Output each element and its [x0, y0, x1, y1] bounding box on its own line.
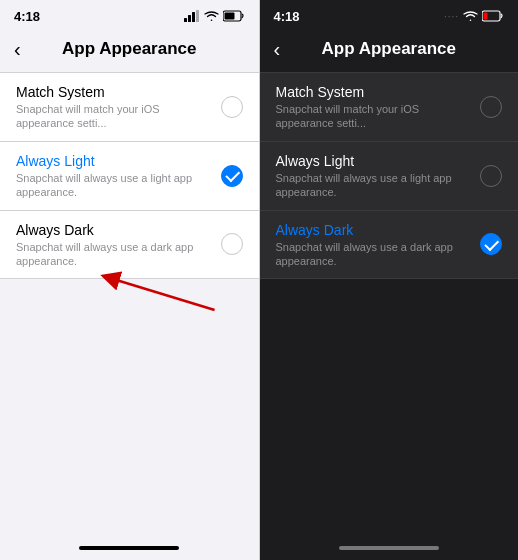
home-bar — [339, 546, 439, 550]
svg-rect-3 — [196, 10, 199, 22]
home-indicator — [260, 540, 519, 560]
radio-button[interactable] — [221, 165, 243, 187]
setting-desc: Snapchat will always use a light app app… — [276, 171, 473, 200]
setting-item-always-light[interactable]: Always LightSnapchat will always use a l… — [0, 142, 259, 211]
settings-list: Match SystemSnapchat will match your iOS… — [0, 72, 259, 540]
svg-rect-2 — [192, 12, 195, 22]
status-bar: 4:18 ···· — [260, 0, 519, 28]
status-time: 4:18 — [274, 9, 300, 24]
setting-desc: Snapchat will match your iOS appearance … — [16, 102, 213, 131]
battery-icon — [223, 10, 245, 22]
home-bar — [79, 546, 179, 550]
status-time: 4:18 — [14, 9, 40, 24]
setting-item-always-dark[interactable]: Always DarkSnapchat will always use a da… — [0, 211, 259, 280]
setting-desc: Snapchat will match your iOS appearance … — [276, 102, 473, 131]
radio-button[interactable] — [480, 233, 502, 255]
setting-text: Always DarkSnapchat will always use a da… — [276, 221, 473, 269]
radio-button[interactable] — [480, 96, 502, 118]
radio-button[interactable] — [221, 233, 243, 255]
status-icons: ···· — [444, 10, 504, 22]
setting-text: Match SystemSnapchat will match your iOS… — [16, 83, 213, 131]
home-indicator — [0, 540, 259, 560]
radio-button[interactable] — [480, 165, 502, 187]
status-icons — [184, 10, 245, 22]
back-button[interactable]: ‹ — [274, 38, 281, 61]
panel-dark: 4:18 ···· ‹App AppearanceMatch SystemSna… — [260, 0, 519, 560]
setting-item-always-light[interactable]: Always LightSnapchat will always use a l… — [260, 142, 519, 211]
svg-rect-0 — [184, 18, 187, 22]
nav-bar: ‹App Appearance — [260, 28, 519, 72]
wifi-icon — [204, 11, 219, 22]
setting-text: Always LightSnapchat will always use a l… — [16, 152, 213, 200]
setting-label: Always Light — [276, 152, 473, 170]
wifi-icon — [463, 11, 478, 22]
setting-desc: Snapchat will always use a light app app… — [16, 171, 213, 200]
setting-label: Always Light — [16, 152, 213, 170]
setting-label: Always Dark — [276, 221, 473, 239]
nav-bar: ‹App Appearance — [0, 28, 259, 72]
svg-rect-1 — [188, 15, 191, 22]
settings-list: Match SystemSnapchat will match your iOS… — [260, 72, 519, 540]
setting-label: Always Dark — [16, 221, 213, 239]
setting-text: Always DarkSnapchat will always use a da… — [16, 221, 213, 269]
setting-desc: Snapchat will always use a dark app appe… — [16, 240, 213, 269]
svg-rect-8 — [484, 13, 488, 20]
battery-icon — [482, 10, 504, 22]
signal-icon — [184, 10, 200, 22]
back-button[interactable]: ‹ — [14, 38, 21, 61]
setting-text: Match SystemSnapchat will match your iOS… — [276, 83, 473, 131]
setting-item-match-system[interactable]: Match SystemSnapchat will match your iOS… — [0, 72, 259, 142]
panel-light: 4:18 ‹App AppearanceMatch SystemSnapchat… — [0, 0, 259, 560]
setting-item-match-system[interactable]: Match SystemSnapchat will match your iOS… — [260, 72, 519, 142]
signal-icon: ···· — [444, 11, 459, 22]
status-bar: 4:18 — [0, 0, 259, 28]
setting-desc: Snapchat will always use a dark app appe… — [276, 240, 473, 269]
setting-item-always-dark[interactable]: Always DarkSnapchat will always use a da… — [260, 211, 519, 280]
setting-text: Always LightSnapchat will always use a l… — [276, 152, 473, 200]
setting-label: Match System — [276, 83, 473, 101]
svg-rect-5 — [224, 13, 234, 20]
setting-label: Match System — [16, 83, 213, 101]
radio-button[interactable] — [221, 96, 243, 118]
page-title: App Appearance — [62, 39, 196, 59]
page-title: App Appearance — [322, 39, 456, 59]
